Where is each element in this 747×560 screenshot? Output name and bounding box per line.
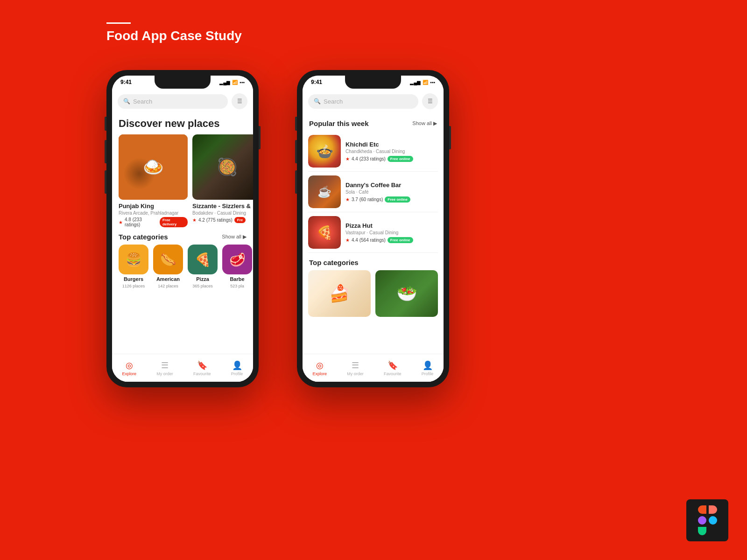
popular-header: Popular this week Show all ▶ xyxy=(303,114,444,131)
explore-icon-1: ◎ xyxy=(126,360,133,371)
filter-button-2[interactable]: ☰ xyxy=(422,93,438,109)
restaurant-meta-khichdi: ★ 4.4 (233 ratings) Free online xyxy=(345,156,438,162)
figma-dot-red xyxy=(698,505,706,514)
filter-icon-2: ☰ xyxy=(428,98,433,105)
nav-favourite-1[interactable]: 🔖 Favourite xyxy=(193,360,211,376)
restaurant-item-pizzahut[interactable]: 🍕 Pizza Hut Vastrapur · Casual Dining ★ … xyxy=(308,212,438,253)
favourite-icon-1: 🔖 xyxy=(197,360,207,371)
cat-count-barbe: 523 pla xyxy=(230,284,244,288)
status-time-1: 9:41 xyxy=(120,79,132,85)
cat-count-american: 142 places xyxy=(158,284,178,288)
category-burgers[interactable]: 🍔 Burgers 1126 places xyxy=(119,245,148,288)
cat-name-pizza: Pizza xyxy=(196,276,209,282)
badge-punjab: Free delivery xyxy=(160,217,188,227)
restaurant-card-punjab[interactable]: 🍛 Punjab King Rivera Arcade, Prahladnaga… xyxy=(119,134,188,227)
nav-explore-2[interactable]: ◎ Explore xyxy=(313,360,327,376)
cake-visual: 🍰 xyxy=(308,270,371,317)
explore-label-1: Explore xyxy=(122,371,137,376)
category-american[interactable]: 🌭 American 142 places xyxy=(153,245,183,288)
show-all-popular[interactable]: Show all ▶ xyxy=(412,120,437,126)
badge-pizzahut: Free online xyxy=(388,237,413,243)
volume-down-button xyxy=(105,170,106,194)
nav-favourite-2[interactable]: 🔖 Favourite xyxy=(384,360,402,376)
food-cards: 🍛 Punjab King Rivera Arcade, Prahladnaga… xyxy=(112,134,253,227)
barbe-icon: 🥩 xyxy=(222,245,252,274)
restaurant-sub-danny: Sola · Café xyxy=(345,189,438,195)
search-bar-2[interactable]: 🔍 Search xyxy=(308,94,418,109)
rating-danny: 3.7 (60 ratings) xyxy=(352,197,383,202)
cat-name-burgers: Burgers xyxy=(124,276,143,282)
categories-header-1: Top categories Show all ▶ xyxy=(112,227,253,245)
restaurant-meta-danny: ★ 3.7 (60 ratings) Free online xyxy=(345,196,438,203)
coffee-visual: ☕ xyxy=(308,175,341,208)
rating-punjab: 4.8 (233 ratings) xyxy=(125,217,158,227)
cat-count-burgers: 1126 places xyxy=(122,284,145,288)
figma-dot-orange xyxy=(709,505,717,514)
rating-sizzante: 4.2 (775 ratings) xyxy=(198,217,233,223)
pizzahut-visual: 🍕 xyxy=(308,216,341,249)
nav-myorder-1[interactable]: ☰ My order xyxy=(156,360,173,376)
discover-title: Discover new places xyxy=(112,114,253,134)
khichdi-visual: 🍲 xyxy=(308,135,341,168)
categories-row-1: 🍔 Burgers 1126 places 🌭 American 142 pla… xyxy=(112,245,253,288)
phone-1: 9:41 ▂▄▆ 📶 ▪▪▪ 🔍 Search ☰ Discover new p… xyxy=(106,70,259,387)
cat-image-salad[interactable]: 🥗 xyxy=(375,270,438,317)
search-area-1: 🔍 Search ☰ xyxy=(112,89,253,114)
search-placeholder-1: Search xyxy=(133,98,152,105)
bottom-nav-2: ◎ Explore ☰ My order 🔖 Favourite 👤 Profi… xyxy=(303,354,444,382)
explore-icon-2: ◎ xyxy=(316,360,324,371)
search-bar-1[interactable]: 🔍 Search xyxy=(118,94,228,109)
favourite-label-2: Favourite xyxy=(384,371,402,376)
restaurant-item-danny[interactable]: ☕ Danny's Coffee Bar Sola · Café ★ 3.7 (… xyxy=(308,172,438,212)
status-time-2: 9:41 xyxy=(311,79,322,85)
header-line xyxy=(106,22,131,24)
restaurant-list: 🍲 Khichdi Etc Chandkheda · Casual Dining… xyxy=(303,131,444,253)
restaurant-item-khichdi[interactable]: 🍲 Khichdi Etc Chandkheda · Casual Dining… xyxy=(308,131,438,172)
battery-icon-2: ▪▪▪ xyxy=(430,80,435,85)
badge-sizzante: Fre xyxy=(234,217,246,223)
wifi-icon: 📶 xyxy=(232,80,238,85)
nav-profile-2[interactable]: 👤 Profile xyxy=(422,360,434,376)
burger-icon: 🍔 xyxy=(119,245,148,274)
nav-explore-1[interactable]: ◎ Explore xyxy=(122,360,137,376)
category-barbe[interactable]: 🥩 Barbe 523 pla xyxy=(222,245,252,288)
myorder-label-1: My order xyxy=(156,371,173,376)
restaurant-name-punjab: Punjab King xyxy=(119,203,188,210)
page-header: Food App Case Study xyxy=(106,22,242,43)
show-all-1[interactable]: Show all ▶ xyxy=(222,234,247,240)
favourite-label-1: Favourite xyxy=(193,371,211,376)
bottom-nav-1: ◎ Explore ☰ My order 🔖 Favourite 👤 Profi… xyxy=(112,354,253,382)
rating-pizzahut: 4.4 (564 ratings) xyxy=(352,238,386,243)
myorder-icon-1: ☰ xyxy=(161,360,169,371)
search-placeholder-2: Search xyxy=(324,98,343,105)
volume-down-button-2 xyxy=(295,170,297,194)
restaurant-card-sizzante[interactable]: 🥘 Sizzante - Sizzlers & Bodakdev · Casua… xyxy=(192,134,253,227)
badge-khichdi: Free online xyxy=(388,156,413,162)
restaurant-sub-pizzahut: Vastrapur · Casual Dining xyxy=(345,230,438,235)
restaurant-image-sizzante: 🥘 xyxy=(192,134,253,200)
restaurant-info-pizzahut: Pizza Hut Vastrapur · Casual Dining ★ 4.… xyxy=(345,222,438,243)
signal-icon: ▂▄▆ xyxy=(219,80,230,85)
cat-images-row: 🍰 🥗 xyxy=(303,270,444,317)
star-danny: ★ xyxy=(345,197,350,202)
cat-image-dessert[interactable]: 🍰 xyxy=(308,270,371,317)
category-pizza[interactable]: 🍕 Pizza 365 places xyxy=(188,245,218,288)
restaurant-name-pizzahut: Pizza Hut xyxy=(345,222,438,229)
myorder-icon-2: ☰ xyxy=(352,360,359,371)
phone-2: 9:41 ▂▄▆ 📶 ▪▪▪ 🔍 Search ☰ Popular xyxy=(297,70,449,387)
mute-button-2 xyxy=(295,117,297,131)
restaurant-meta-pizzahut: ★ 4.4 (564 ratings) Free online xyxy=(345,237,438,243)
nav-myorder-2[interactable]: ☰ My order xyxy=(347,360,364,376)
star-icon-punjab: ★ xyxy=(119,220,123,225)
pizza-icon: 🍕 xyxy=(188,245,218,274)
cat-count-pizza: 365 places xyxy=(192,284,213,288)
figma-spacer xyxy=(709,527,717,535)
notch-1 xyxy=(155,76,211,89)
nav-profile-1[interactable]: 👤 Profile xyxy=(231,360,243,376)
profile-icon-2: 👤 xyxy=(423,360,433,371)
phone-1-content: 🔍 Search ☰ Discover new places 🍛 Punjab … xyxy=(112,89,253,382)
categories-title-2: Top categories xyxy=(309,259,359,266)
filter-button-1[interactable]: ☰ xyxy=(232,93,247,109)
volume-up-button-2 xyxy=(295,140,297,163)
popular-title: Popular this week xyxy=(309,119,369,127)
